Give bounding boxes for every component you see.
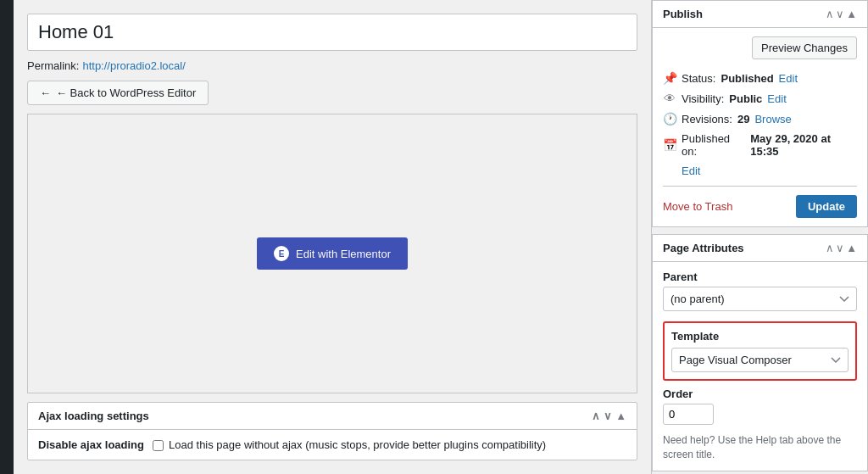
right-panel: Publish ∧ ∨ ▲ Preview Changes 📌 Status: … xyxy=(651,0,868,474)
status-edit-link[interactable]: Edit xyxy=(779,72,798,85)
left-panel: Permalink: http://proradio2.local/ ← ← B… xyxy=(14,0,651,474)
published-date-row: 📅 Published on: May 29, 2020 at 15:35 xyxy=(663,129,857,161)
publish-meta-box: Publish ∧ ∨ ▲ Preview Changes 📌 Status: … xyxy=(652,0,868,227)
template-label: Template xyxy=(671,330,849,343)
status-label: Status: xyxy=(682,72,715,85)
visibility-edit-link[interactable]: Edit xyxy=(767,92,786,105)
visibility-value: Public xyxy=(729,92,762,105)
disable-ajax-label: Disable ajax loading xyxy=(38,438,144,451)
status-row: 📌 Status: Published Edit xyxy=(663,68,857,88)
help-text: Need help? Use the Help tab above the sc… xyxy=(663,433,857,462)
visibility-label: Visibility: xyxy=(682,92,724,105)
disable-ajax-checkbox[interactable] xyxy=(153,440,164,451)
published-label: Published on: xyxy=(682,132,745,158)
permalink-link[interactable]: http://proradio2.local/ xyxy=(82,59,185,72)
back-arrow-icon: ← xyxy=(40,86,51,99)
clock-icon: 🕐 xyxy=(663,112,676,125)
publish-meta-box-title: Publish xyxy=(663,8,703,20)
calendar-icon: 📅 xyxy=(663,138,676,152)
ajax-toggle-icon[interactable]: ▲ xyxy=(615,410,626,422)
published-date-value: May 29, 2020 at 15:35 xyxy=(750,132,857,158)
published-edit-row: Edit xyxy=(663,161,857,181)
ajax-section-body: Disable ajax loading Load this page with… xyxy=(28,430,637,460)
permalink-label: Permalink: xyxy=(27,59,79,72)
ajax-collapse-up-icon[interactable]: ∧ xyxy=(592,410,600,422)
disable-ajax-description: Load this page without ajax (music stops… xyxy=(169,438,546,451)
revisions-value: 29 xyxy=(737,113,749,125)
parent-select[interactable]: (no parent) xyxy=(663,287,857,311)
elementor-icon: E xyxy=(274,246,289,261)
template-select[interactable]: Page Visual Composer Default Template Fu… xyxy=(671,348,849,372)
ajax-loading-section: Ajax loading settings ∧ ∨ ▲ Disable ajax… xyxy=(27,402,637,460)
ajax-section-header: Ajax loading settings ∧ ∨ ▲ xyxy=(28,403,637,430)
ajax-header-controls: ∧ ∨ ▲ xyxy=(592,410,626,422)
page-attributes-title: Page Attributes xyxy=(663,242,744,254)
revisions-label: Revisions: xyxy=(682,113,732,125)
page-attributes-meta-box-body: Parent (no parent) Template Page Visual … xyxy=(653,262,867,471)
status-value: Published xyxy=(721,72,773,85)
preview-changes-button[interactable]: Preview Changes xyxy=(752,36,857,59)
page-attr-collapse-up-icon[interactable]: ∧ xyxy=(826,242,834,254)
disable-ajax-row: Load this page without ajax (music stops… xyxy=(153,438,546,451)
publish-meta-box-header[interactable]: Publish ∧ ∨ ▲ xyxy=(653,1,867,28)
page-attr-collapse-down-icon[interactable]: ∨ xyxy=(836,242,844,254)
order-label: Order xyxy=(663,388,857,400)
publish-collapse-up-icon[interactable]: ∧ xyxy=(826,8,834,20)
publish-toggle-icon[interactable]: ▲ xyxy=(846,8,857,20)
permalink-row: Permalink: http://proradio2.local/ xyxy=(27,59,637,72)
pin-icon: 📌 xyxy=(663,71,676,85)
preview-changes-container: Preview Changes xyxy=(663,36,857,59)
back-to-editor-button[interactable]: ← ← Back to WordPress Editor xyxy=(27,81,209,105)
template-form-group: Template Page Visual Composer Default Te… xyxy=(663,321,857,381)
revisions-browse-link[interactable]: Browse xyxy=(754,113,791,125)
ajax-section-title: Ajax loading settings xyxy=(38,410,149,422)
publish-meta-box-body: Preview Changes 📌 Status: Published Edit… xyxy=(653,28,867,226)
visibility-row: 👁 Visibility: Public Edit xyxy=(663,88,857,109)
editor-preview-area: E Edit with Elementor xyxy=(27,114,637,393)
left-sidebar-strip xyxy=(0,0,14,474)
edit-with-elementor-button[interactable]: E Edit with Elementor xyxy=(257,237,408,270)
eye-icon: 👁 xyxy=(663,92,676,105)
update-button[interactable]: Update xyxy=(796,195,857,218)
move-to-trash-link[interactable]: Move to Trash xyxy=(663,200,732,213)
publish-actions: Move to Trash Update xyxy=(663,186,857,218)
page-attr-toggle-icon[interactable]: ▲ xyxy=(846,242,857,254)
page-attributes-meta-box: Page Attributes ∧ ∨ ▲ Parent (no parent)… xyxy=(652,234,868,471)
page-title-input[interactable] xyxy=(27,14,637,51)
order-form-group: Order xyxy=(663,388,857,428)
publish-meta-box-controls: ∧ ∨ ▲ xyxy=(826,8,857,20)
publish-collapse-down-icon[interactable]: ∨ xyxy=(836,8,844,20)
page-attr-meta-box-controls: ∧ ∨ ▲ xyxy=(826,242,857,254)
published-date-edit-link[interactable]: Edit xyxy=(682,165,857,177)
back-button-label: ← Back to WordPress Editor xyxy=(56,86,196,99)
edit-elementor-label: Edit with Elementor xyxy=(296,248,391,260)
revisions-row: 🕐 Revisions: 29 Browse xyxy=(663,109,857,129)
parent-label: Parent xyxy=(663,270,857,283)
page-attributes-meta-box-header[interactable]: Page Attributes ∧ ∨ ▲ xyxy=(653,235,867,262)
parent-form-group: Parent (no parent) xyxy=(663,270,857,311)
order-input[interactable] xyxy=(663,404,714,425)
ajax-collapse-down-icon[interactable]: ∨ xyxy=(604,410,612,422)
